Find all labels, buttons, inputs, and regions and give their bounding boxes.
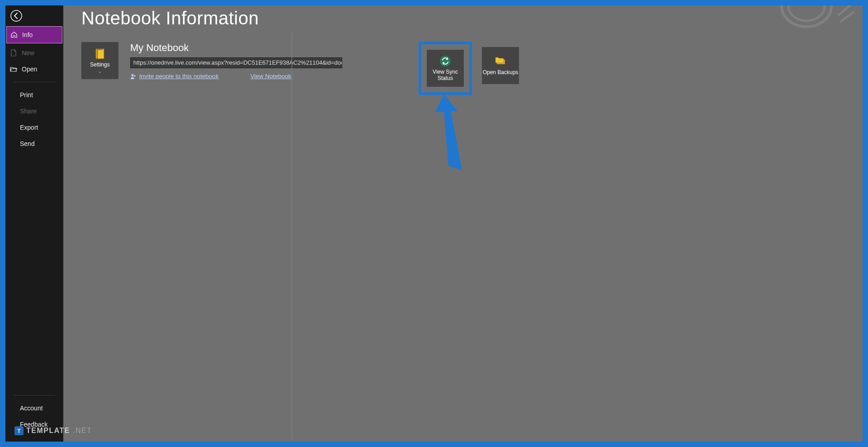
sidebar-item-account[interactable]: Account	[5, 400, 63, 416]
main-content: Notebook Information Settings ⌄ My Noteb…	[63, 5, 863, 442]
annotation-highlight: View Sync Status	[419, 42, 472, 95]
sidebar-item-label: Export	[20, 124, 38, 131]
notebook-icon	[94, 47, 106, 60]
svg-marker-9	[435, 94, 462, 170]
watermark-brand: TEMPLATE	[26, 427, 70, 435]
svg-point-7	[132, 74, 134, 76]
watermark-suffix: .NET	[73, 427, 92, 435]
corner-decoration	[779, 5, 856, 31]
sidebar-item-label: New	[22, 49, 34, 56]
view-sync-status-button[interactable]: View Sync Status	[427, 50, 464, 87]
sidebar-item-label: Open	[22, 66, 37, 73]
svg-point-8	[440, 56, 451, 66]
sidebar-item-export[interactable]: Export	[5, 119, 63, 136]
sidebar-item-send[interactable]: Send	[5, 136, 63, 152]
watermark-badge-icon: T	[14, 426, 24, 435]
tile-label: View Sync Status	[427, 69, 464, 82]
annotation-arrow	[430, 94, 471, 177]
sidebar-item-label: Account	[20, 405, 43, 412]
invite-people-link[interactable]: Invite people to this notebook	[130, 73, 219, 80]
app-window: Info New Open Print Share	[5, 5, 863, 442]
tile-label: Open Backups	[483, 70, 519, 76]
notebook-name: My Notebook	[130, 42, 342, 54]
sidebar-item-label: Send	[20, 140, 35, 147]
person-add-icon	[130, 73, 137, 80]
svg-rect-6	[102, 48, 103, 50]
sidebar-item-open[interactable]: Open	[5, 61, 63, 77]
svg-point-0	[11, 10, 22, 21]
chevron-down-icon: ⌄	[98, 69, 102, 74]
sidebar-item-label: Print	[20, 91, 33, 99]
svg-rect-3	[98, 48, 99, 50]
sidebar-item-label: Info	[22, 31, 33, 38]
back-button[interactable]	[7, 7, 25, 25]
notebook-details: My Notebook https://onedrive.live.com/vi…	[130, 42, 342, 80]
page-icon	[10, 49, 17, 56]
sync-icon	[439, 55, 452, 67]
link-label: View Notebook	[250, 73, 292, 80]
sidebar-item-print[interactable]: Print	[5, 87, 63, 103]
notebook-url-field[interactable]: https://onedrive.live.com/view.aspx?resi…	[130, 57, 342, 68]
sidebar-item-share: Share	[5, 103, 63, 119]
sidebar-item-label: Share	[20, 108, 37, 115]
notebook-links: Invite people to this notebook View Note…	[130, 73, 342, 80]
tile-label: Settings	[90, 62, 109, 68]
sidebar-divider	[14, 82, 55, 82]
link-label: Invite people to this notebook	[139, 73, 219, 80]
back-arrow-icon	[10, 10, 22, 23]
home-icon	[10, 31, 18, 38]
svg-rect-2	[97, 49, 98, 59]
svg-rect-4	[99, 48, 100, 50]
folder-open-icon	[10, 66, 17, 73]
svg-rect-5	[100, 48, 101, 50]
svg-point-11	[788, 5, 825, 21]
watermark: T TEMPLATE.NET	[14, 426, 92, 435]
sidebar-item-new: New	[5, 45, 63, 61]
action-tiles: View Sync Status Open Backups	[419, 42, 519, 95]
backstage-sidebar: Info New Open Print Share	[5, 5, 63, 442]
sidebar-item-info[interactable]: Info	[6, 26, 62, 43]
sidebar-divider	[14, 395, 55, 395]
settings-button[interactable]: Settings ⌄	[81, 42, 118, 79]
open-backups-button[interactable]: Open Backups	[482, 47, 519, 84]
content-divider	[292, 33, 292, 439]
view-notebook-link[interactable]: View Notebook	[250, 73, 292, 80]
folders-icon	[494, 55, 507, 68]
page-title: Notebook Information	[63, 5, 863, 28]
